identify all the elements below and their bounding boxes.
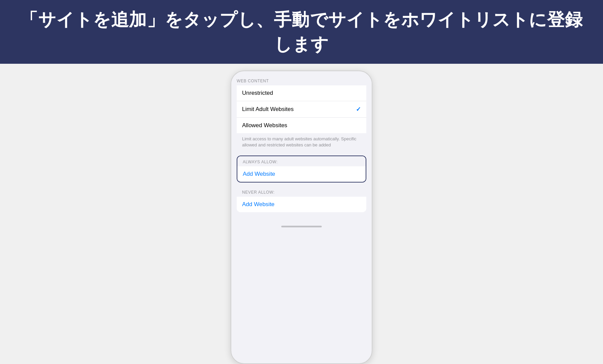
unrestricted-label: Unrestricted bbox=[242, 90, 273, 96]
always-allow-highlight-box: ALWAYS ALLOW: Add Website bbox=[237, 156, 366, 183]
web-content-card: Unrestricted Limit Adult Websites ✓ Allo… bbox=[237, 85, 366, 133]
header-title: 「サイトを追加」をタップし、手動でサイトをホワイトリストに登録します bbox=[14, 7, 589, 57]
menu-item-unrestricted[interactable]: Unrestricted bbox=[237, 85, 366, 101]
phone-content: WEB CONTENT Unrestricted Limit Adult Web… bbox=[231, 71, 372, 212]
home-indicator bbox=[281, 226, 322, 227]
always-allow-label: ALWAYS ALLOW: bbox=[237, 156, 366, 166]
checkmark-icon: ✓ bbox=[356, 106, 361, 113]
never-allow-section: NEVER ALLOW: Add Website bbox=[237, 187, 366, 212]
always-allow-add-website-text: Add Website bbox=[243, 171, 275, 177]
never-allow-add-website[interactable]: Add Website bbox=[237, 197, 366, 212]
always-allow-section: ALWAYS ALLOW: Add Website bbox=[237, 156, 366, 183]
header-banner: 「サイトを追加」をタップし、手動でサイトをホワイトリストに登録します bbox=[0, 0, 603, 64]
limit-adult-label: Limit Adult Websites bbox=[242, 106, 294, 113]
phone-frame: WEB CONTENT Unrestricted Limit Adult Web… bbox=[231, 71, 372, 364]
web-content-section-label: WEB CONTENT bbox=[231, 75, 372, 85]
always-allow-add-website[interactable]: Add Website bbox=[237, 166, 366, 182]
allowed-websites-label: Allowed Websites bbox=[242, 122, 287, 129]
never-allow-label: NEVER ALLOW: bbox=[237, 187, 366, 197]
menu-item-allowed-websites[interactable]: Allowed Websites bbox=[237, 118, 366, 133]
web-content-description: Limit access to many adult websites auto… bbox=[237, 133, 366, 151]
main-content: WEB CONTENT Unrestricted Limit Adult Web… bbox=[0, 64, 603, 364]
menu-item-limit-adult[interactable]: Limit Adult Websites ✓ bbox=[237, 101, 366, 118]
never-allow-add-website-text: Add Website bbox=[242, 201, 274, 207]
